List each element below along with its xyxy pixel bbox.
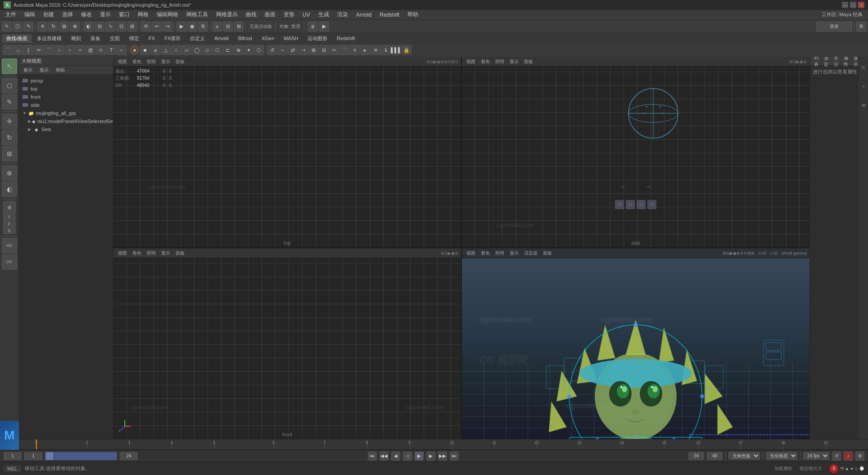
menu-create[interactable]: 创建: [40, 10, 58, 19]
play-back-btn[interactable]: ◁: [403, 452, 412, 461]
hypershade-btn[interactable]: HS: [2, 238, 17, 253]
next-frame-btn[interactable]: ▶: [426, 452, 435, 461]
paint-select[interactable]: ✎: [23, 22, 33, 32]
history-toggle[interactable]: ⟳: [141, 22, 151, 32]
select-tool[interactable]: ↖: [2, 22, 12, 32]
outliner-item-top[interactable]: top: [19, 85, 113, 93]
plane-btn[interactable]: ▱: [181, 45, 191, 55]
persp-panel-menu[interactable]: 面板: [541, 250, 554, 257]
play-render[interactable]: ▶: [319, 22, 329, 32]
curve-fillet[interactable]: ⌒: [339, 45, 349, 55]
curve-cv[interactable]: ⌒: [3, 45, 13, 55]
anim-layer-dropdown[interactable]: 无动画层: [766, 452, 797, 460]
platonic-btn[interactable]: ⬠: [254, 45, 264, 55]
curve-ep[interactable]: ⌓: [13, 45, 23, 55]
curve-extend[interactable]: ⇢: [298, 45, 308, 55]
snap-grid[interactable]: ⊟: [95, 22, 104, 32]
side-light-menu[interactable]: 照明: [493, 58, 506, 65]
channel-box[interactable]: ⊟: [223, 22, 233, 32]
persp-shade-menu[interactable]: 着色: [479, 250, 492, 257]
prev-frame-btn[interactable]: ◀: [391, 452, 400, 461]
render-btn[interactable]: ▶: [176, 22, 186, 32]
menu-generate[interactable]: 生成: [315, 10, 333, 19]
outliner-menu-show[interactable]: 显示: [38, 67, 50, 74]
play-fwd-btn[interactable]: ▶: [415, 452, 424, 461]
login-btn[interactable]: 登录: [816, 22, 852, 32]
torus-btn[interactable]: ○: [171, 45, 181, 55]
side-panel-menu[interactable]: 面板: [522, 58, 535, 65]
tab-animate[interactable]: 交面: [105, 34, 124, 43]
menu-modify[interactable]: 修改: [77, 10, 95, 19]
menu-arnold[interactable]: Arnold: [353, 11, 375, 19]
side-btn3[interactable]: □: [637, 200, 646, 209]
menu-mesh-tools[interactable]: 网格工具: [183, 10, 212, 19]
paint-left[interactable]: ✎: [2, 94, 17, 110]
toolbar-settings[interactable]: ⚙: [856, 22, 866, 32]
snap-left[interactable]: ⊕: [2, 165, 17, 181]
menu-edit[interactable]: 编辑: [21, 10, 39, 19]
ipr-btn[interactable]: ◉: [187, 22, 197, 32]
frame-slider-thumb[interactable]: [46, 452, 53, 460]
next-key-btn[interactable]: ▶▶: [438, 452, 447, 461]
top-shade-menu[interactable]: 着色: [131, 58, 143, 65]
range-start[interactable]: [688, 452, 704, 460]
snap-point[interactable]: ⊡: [116, 22, 126, 32]
viewport-top[interactable]: 视图 着色 照明 显示 面板 ⊞⊟▶◉⊕⊞⊟⊠⊡ cgmodel.com 顶点:…: [113, 57, 461, 247]
loop-btn[interactable]: ↺: [832, 452, 841, 461]
measure[interactable]: ↔: [117, 45, 127, 55]
side-display-menu[interactable]: 显示: [508, 58, 520, 65]
curve-offset[interactable]: ≡: [350, 45, 360, 55]
wave[interactable]: ≈: [75, 45, 85, 55]
menu-window[interactable]: 窗口: [115, 10, 133, 19]
lasso-tool[interactable]: ⬡: [13, 22, 23, 32]
menu-deform[interactable]: 变形: [280, 10, 298, 19]
menu-redshift[interactable]: Redshift: [376, 11, 403, 19]
prev-key-btn[interactable]: ◀◀: [380, 452, 389, 461]
menu-mesh-display[interactable]: 网格显示: [212, 10, 241, 19]
top-light-menu[interactable]: 照明: [145, 58, 158, 65]
front-view-menu[interactable]: 视图: [116, 250, 129, 257]
channel-toggle[interactable]: ⊟: [860, 59, 867, 77]
playback-settings[interactable]: ⚙: [855, 452, 864, 461]
curve-reverse[interactable]: ⇄: [288, 45, 298, 55]
attr-editor[interactable]: ≡: [212, 22, 222, 32]
tab-fx-cache[interactable]: FX缓存: [160, 34, 185, 43]
tab-xgen[interactable]: XGen: [257, 35, 279, 42]
front-panel-menu[interactable]: 面板: [174, 250, 186, 257]
persp-light-menu[interactable]: 照明: [493, 250, 506, 257]
pencil[interactable]: ✏: [34, 45, 44, 55]
char-set-dropdown[interactable]: 无角色集: [728, 452, 760, 460]
viewport-front[interactable]: 视图 着色 照明 显示 面板 ⊞⊟▶◉⊕ X Y Z cg: [113, 248, 461, 439]
project-curve[interactable]: ▸: [360, 45, 370, 55]
range-end[interactable]: [707, 452, 723, 460]
scale-left[interactable]: ⊞: [2, 146, 17, 161]
viewport-persp[interactable]: 视图 着色 照明 显示 渲染器 面板 ⊞⊟▶◉⊕✛↻⊞⊞ 0.00 1.00 s…: [462, 248, 809, 439]
timeline[interactable]: 1 2 3 4 5 6 7 8 9 10 11: [0, 439, 868, 450]
lock-length[interactable]: 🔒: [402, 45, 411, 55]
persp-renderer-menu[interactable]: 渲染器: [522, 250, 539, 257]
helix-btn2[interactable]: ⊕: [233, 45, 243, 55]
attr-toggle[interactable]: ≣: [860, 96, 867, 114]
top-view-btn[interactable]: T: [3, 214, 16, 220]
curve-rebuild[interactable]: ↺: [267, 45, 277, 55]
arc-3pt[interactable]: ⌒: [44, 45, 54, 55]
sweep[interactable]: ~: [65, 45, 75, 55]
scale-tool[interactable]: ⊞: [59, 22, 69, 32]
snap-view[interactable]: ⊞: [127, 22, 137, 32]
rotate-left[interactable]: ↻: [2, 130, 17, 145]
persp-view[interactable]: ⊞: [3, 201, 16, 214]
front-light-menu[interactable]: 照明: [145, 250, 158, 257]
chart-bars[interactable]: ▌▌▌: [391, 45, 401, 55]
bezier[interactable]: ∫: [23, 45, 33, 55]
last-frame-btn[interactable]: ⏭: [450, 452, 459, 461]
start-frame-input[interactable]: [4, 452, 22, 460]
front-view-btn[interactable]: F: [3, 221, 16, 227]
lasso-left[interactable]: ⬡: [2, 78, 17, 93]
soft-left[interactable]: ◐: [2, 182, 17, 197]
soccer-btn[interactable]: ✦: [244, 45, 253, 55]
menu-mesh[interactable]: 网格: [134, 10, 152, 19]
side-btn2[interactable]: □: [626, 200, 635, 209]
snap-curve[interactable]: ∿: [105, 22, 115, 32]
tab-polygon[interactable]: 多边形建模: [32, 34, 66, 43]
current-frame-input[interactable]: [24, 452, 42, 460]
